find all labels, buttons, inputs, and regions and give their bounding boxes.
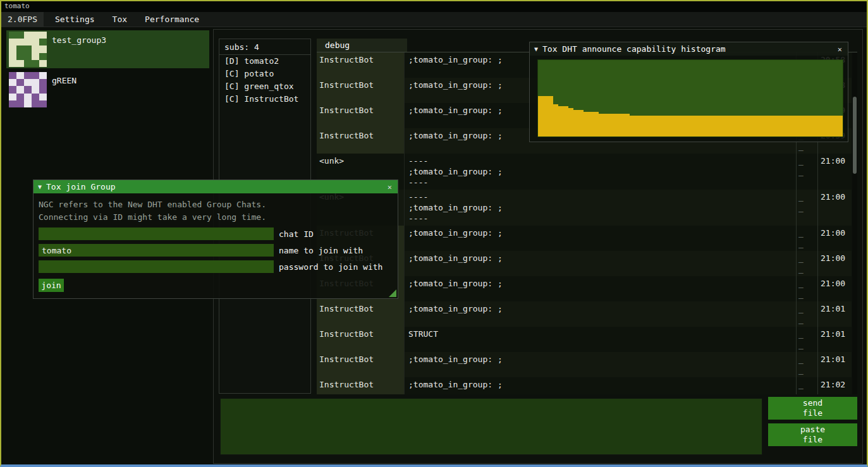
group-name: test_group3 — [52, 35, 106, 45]
chat-message-row[interactable]: InstructBot;tomato_in_group: ;_ _21:02 — [317, 377, 852, 394]
avatar-pixel — [16, 94, 24, 100]
avatar-pixel — [24, 53, 32, 60]
avatar-pixel — [39, 79, 47, 86]
avatar-pixel — [24, 94, 32, 100]
avatar-pixel — [32, 79, 39, 86]
histogram-bar — [807, 116, 812, 136]
join-button[interactable]: join — [39, 279, 64, 292]
scrollbar-thumb[interactable] — [853, 97, 857, 174]
histogram-window: ▼ Tox DHT announce capability histogram … — [529, 42, 848, 142]
collapse-icon[interactable]: ▼ — [38, 183, 42, 190]
join-info: NGC refers to the New DHT enabled Group … — [39, 198, 393, 224]
avatar-pixel — [24, 32, 32, 39]
join-name-input[interactable] — [39, 244, 274, 257]
peer-name: InstructBot — [317, 301, 404, 327]
histogram-bar — [797, 116, 802, 136]
histogram-bar — [655, 116, 660, 136]
avatar-pixel — [39, 60, 47, 67]
close-icon[interactable]: ✕ — [836, 45, 843, 54]
message-line: ;tomato_in_group: ; — [408, 166, 792, 177]
member-list: [D] tomato2[C] potato[C] green_qtox[C] I… — [219, 55, 310, 106]
histogram-bar — [548, 96, 553, 136]
histogram-bar — [812, 116, 817, 136]
avatar-pixel — [16, 79, 24, 86]
message-input[interactable] — [220, 398, 762, 455]
join-info-text: NGC refers to the New DHT enabled Group … — [39, 198, 393, 211]
avatar-pixel — [9, 72, 16, 79]
message-timestamp: 21:00 — [817, 276, 852, 301]
message-text: ;tomato_in_group: ; — [404, 377, 796, 394]
chat-message-row[interactable]: InstructBotSTRUCT_ _21:01 — [317, 327, 852, 352]
close-icon[interactable]: ✕ — [386, 183, 393, 191]
join-field-row: password to join with — [39, 260, 393, 273]
histogram-bar — [746, 116, 751, 136]
histogram-bar — [604, 114, 609, 136]
peer-name: InstructBot — [317, 352, 404, 377]
avatar-pixel — [32, 45, 39, 52]
join-field-label: password to join with — [279, 262, 382, 272]
chat-message-row[interactable]: InstructBot;tomato_in_group: ;_ _21:01 — [317, 352, 852, 377]
histogram-bar — [700, 116, 706, 136]
histogram-bar — [594, 112, 599, 136]
avatar-pixel — [32, 39, 39, 45]
member-item[interactable]: [C] potato — [219, 68, 310, 80]
message-flags: _ _ — [796, 301, 817, 327]
menu-tox[interactable]: Tox — [104, 12, 136, 27]
resize-grip-icon[interactable] — [389, 289, 396, 297]
histogram-bar — [706, 116, 711, 136]
send-file-button[interactable]: send file — [768, 397, 857, 420]
histogram-bar — [731, 116, 736, 136]
menu-settings[interactable]: Settings — [46, 12, 104, 27]
peer-name: InstructBot — [317, 78, 404, 103]
histogram-window-titlebar[interactable]: ▼ Tox DHT announce capability histogram … — [530, 42, 848, 56]
join-password-input[interactable] — [39, 260, 274, 273]
member-item[interactable]: [C] InstructBot — [219, 93, 310, 106]
message-timestamp: 21:02 — [817, 377, 852, 394]
histogram-bar — [817, 116, 822, 136]
histogram-bar — [822, 116, 828, 136]
histogram-bar — [589, 112, 594, 136]
message-timestamp: 21:00 — [817, 251, 852, 276]
histogram-bar — [741, 116, 746, 136]
avatar-pixel — [16, 39, 24, 45]
histogram-window-body — [530, 56, 848, 142]
message-text: STRUCT — [404, 327, 796, 352]
histogram-bar — [650, 116, 655, 136]
histogram-bar — [645, 116, 650, 136]
menu-performance[interactable]: Performance — [136, 12, 208, 27]
chat-message-row[interactable]: InstructBot;tomato_in_group: ;_ _21:01 — [317, 301, 852, 327]
message-line: STRUCT — [408, 329, 792, 339]
group-avatar — [9, 72, 47, 107]
menubar-items: SettingsToxPerformance — [46, 12, 208, 27]
histogram-bar — [792, 116, 797, 136]
avatar-pixel — [32, 100, 39, 107]
histogram-bar — [690, 116, 695, 136]
histogram-bar — [838, 116, 843, 136]
histogram-bar — [680, 116, 685, 136]
join-field-label: chat ID — [279, 229, 314, 239]
tab-debug[interactable]: debug — [317, 39, 407, 52]
join-window-titlebar[interactable]: ▼ Tox join Group ✕ — [34, 180, 398, 193]
group-item[interactable]: test_group3 — [6, 30, 209, 68]
collapse-icon[interactable]: ▼ — [534, 45, 538, 52]
subs-count-header: subs: 4 — [219, 39, 310, 55]
member-item[interactable]: [C] green_qtox — [219, 80, 310, 93]
group-item[interactable]: gREEN — [6, 71, 209, 109]
message-flags: _ _ — [796, 327, 817, 352]
message-line: ;tomato_in_group: ; — [408, 354, 792, 365]
avatar-pixel — [16, 45, 24, 52]
histogram-plot — [537, 59, 843, 137]
avatar-pixel — [16, 32, 24, 39]
histogram-bar — [761, 116, 766, 136]
member-item[interactable]: [D] tomato2 — [219, 55, 310, 68]
avatar-pixel — [24, 79, 32, 86]
chat-scrollbar[interactable] — [852, 52, 857, 394]
histogram-bar — [782, 116, 787, 136]
histogram-bar — [776, 116, 781, 136]
chat-id-input[interactable] — [39, 227, 274, 240]
avatar-pixel — [9, 45, 16, 52]
paste-file-button[interactable]: paste file — [768, 423, 857, 446]
histogram-bar — [802, 116, 807, 136]
histogram-bar — [563, 106, 568, 136]
avatar-pixel — [24, 39, 32, 45]
